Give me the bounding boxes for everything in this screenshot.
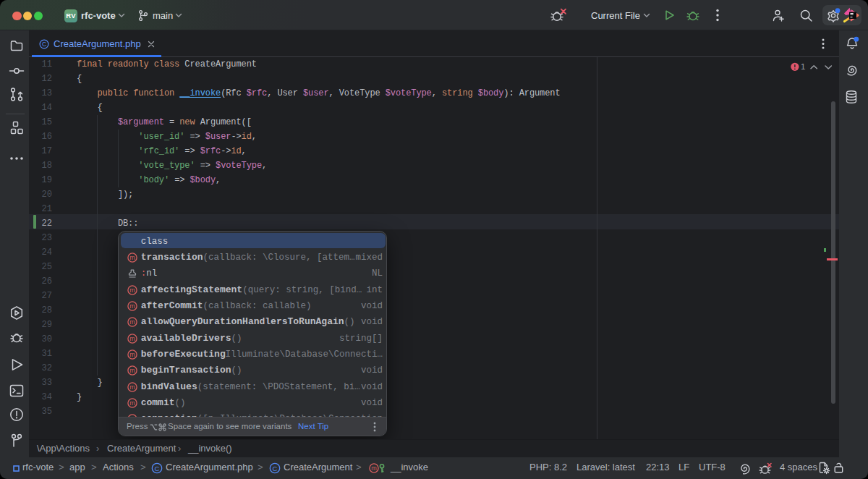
svg-text:C: C — [273, 465, 278, 472]
svg-text:m: m — [129, 318, 135, 326]
svg-text:m: m — [129, 335, 135, 342]
svg-text:1: 1 — [801, 62, 805, 71]
svg-text:m: m — [129, 302, 135, 310]
svg-text:m: m — [129, 399, 135, 407]
svg-text:m: m — [129, 367, 135, 374]
svg-text:m: m — [129, 351, 135, 358]
svg-text:m: m — [129, 383, 135, 391]
svg-text:C: C — [155, 465, 160, 472]
svg-text:m: m — [371, 465, 377, 472]
svg-text:C: C — [42, 41, 46, 48]
svg-text:m: m — [129, 287, 135, 294]
svg-text:m: m — [129, 254, 135, 261]
